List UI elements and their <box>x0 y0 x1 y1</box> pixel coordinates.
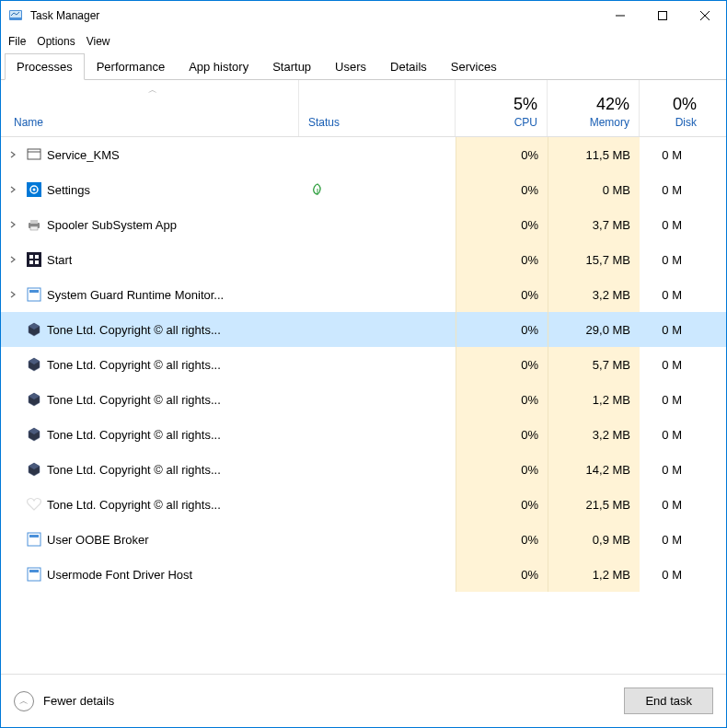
expand-icon[interactable] <box>8 185 21 194</box>
process-cpu-cell: 0% <box>456 417 548 452</box>
expand-icon[interactable] <box>8 150 21 159</box>
svg-rect-16 <box>29 255 33 259</box>
expand-icon[interactable] <box>8 255 21 264</box>
process-name-label: Settings <box>47 183 90 197</box>
leaf-icon <box>312 183 321 196</box>
tab-details[interactable]: Details <box>378 53 439 79</box>
expand-icon[interactable] <box>8 220 21 229</box>
process-name-cell: Spooler SubSystem App <box>1 207 299 242</box>
process-disk-cell: 0 M <box>640 417 691 452</box>
process-row[interactable]: Spooler SubSystem App0%3,7 MB0 M <box>1 207 726 242</box>
process-name-cell: Tone Ltd. Copyright © all rights... <box>1 312 299 347</box>
menu-options[interactable]: Options <box>37 35 75 48</box>
process-mem-cell: 11,5 MB <box>548 137 640 172</box>
hex-icon <box>27 322 41 337</box>
process-cpu-cell: 0% <box>456 277 548 312</box>
process-row[interactable]: Start0%15,7 MB0 M <box>1 242 726 277</box>
process-mem-cell: 1,2 MB <box>548 557 640 592</box>
process-name-cell: Start <box>1 242 299 277</box>
column-disk[interactable]: 0% Disk <box>640 80 706 136</box>
menubar: File Options View <box>1 30 726 52</box>
process-row[interactable]: Tone Ltd. Copyright © all rights...0%21,… <box>1 487 726 522</box>
process-disk-cell: 0 M <box>640 242 691 277</box>
process-mem-cell: 0 MB <box>548 172 640 207</box>
hex-icon <box>27 462 41 477</box>
memory-pct: 42% <box>596 95 629 114</box>
svg-rect-18 <box>29 260 33 264</box>
process-cpu-cell: 0% <box>456 347 548 382</box>
process-name-cell: Usermode Font Driver Host <box>1 557 299 592</box>
process-disk-cell: 0 M <box>640 277 691 312</box>
tab-processes[interactable]: Processes <box>5 53 85 80</box>
hex-icon <box>27 392 41 407</box>
tab-performance[interactable]: Performance <box>85 53 177 79</box>
process-mem-cell: 15,7 MB <box>548 242 640 277</box>
window-controls <box>599 1 726 30</box>
process-cpu-cell: 0% <box>456 487 548 522</box>
svg-rect-35 <box>29 570 39 572</box>
process-row[interactable]: Tone Ltd. Copyright © all rights...0%29,… <box>1 312 726 347</box>
process-row[interactable]: Usermode Font Driver Host0%1,2 MB0 M <box>1 557 726 592</box>
close-button[interactable] <box>684 1 726 30</box>
process-disk-cell: 0 M <box>640 522 691 557</box>
memory-label: Memory <box>590 116 629 129</box>
process-row[interactable]: Tone Ltd. Copyright © all rights...0%3,2… <box>1 417 726 452</box>
end-task-button[interactable]: End task <box>624 688 713 714</box>
column-headers: ︿ Name Status 5% CPU 42% Memory 0% Disk <box>1 80 726 137</box>
tab-app-history[interactable]: App history <box>177 53 260 79</box>
process-row[interactable]: User OOBE Broker0%0,9 MB0 M <box>1 522 726 557</box>
svg-rect-21 <box>29 290 39 293</box>
tab-startup[interactable]: Startup <box>260 53 323 79</box>
process-disk-cell: 0 M <box>640 207 691 242</box>
minimize-button[interactable] <box>599 1 641 30</box>
process-name-label: User OOBE Broker <box>47 533 149 547</box>
process-disk-cell: 0 M <box>640 137 691 172</box>
process-row[interactable]: Tone Ltd. Copyright © all rights...0%14,… <box>1 452 726 487</box>
process-name-label: Tone Ltd. Copyright © all rights... <box>47 393 221 407</box>
chevron-up-icon: ︿ <box>14 691 34 711</box>
process-list[interactable]: Service_KMS0%11,5 MB0 MSettings0%0 MB0 M… <box>1 137 726 660</box>
process-row[interactable]: Tone Ltd. Copyright © all rights...0%5,7… <box>1 347 726 382</box>
menu-view[interactable]: View <box>87 35 110 48</box>
svg-rect-15 <box>27 252 41 267</box>
fewer-details-button[interactable]: ︿ Fewer details <box>14 691 114 711</box>
process-name-label: Tone Ltd. Copyright © all rights... <box>47 323 221 337</box>
process-status-cell <box>299 242 456 277</box>
column-status[interactable]: Status <box>299 80 456 136</box>
tab-services[interactable]: Services <box>439 53 509 79</box>
process-row[interactable]: System Guard Runtime Monitor...0%3,2 MB0… <box>1 277 726 312</box>
process-status-cell <box>299 172 456 207</box>
process-status-cell <box>299 557 456 592</box>
process-name-cell: Tone Ltd. Copyright © all rights... <box>1 417 299 452</box>
titlebar: Task Manager <box>1 1 726 30</box>
column-memory[interactable]: 42% Memory <box>548 80 640 136</box>
menu-file[interactable]: File <box>8 35 26 48</box>
footer: ︿ Fewer details End task <box>1 674 726 727</box>
process-name-cell: System Guard Runtime Monitor... <box>1 277 299 312</box>
maximize-button[interactable] <box>641 1 684 30</box>
heart-icon <box>27 497 41 512</box>
start-dark-icon <box>27 252 41 267</box>
app-icon <box>27 287 41 302</box>
process-status-cell <box>299 207 456 242</box>
process-status-cell <box>299 277 456 312</box>
process-mem-cell: 0,9 MB <box>548 522 640 557</box>
process-status-cell <box>299 347 456 382</box>
sort-indicator-icon: ︿ <box>148 84 157 97</box>
process-cpu-cell: 0% <box>456 522 548 557</box>
gear-blue-icon <box>27 182 41 197</box>
process-row[interactable]: Tone Ltd. Copyright © all rights...0%1,2… <box>1 382 726 417</box>
expand-icon[interactable] <box>8 290 21 299</box>
tab-users[interactable]: Users <box>323 53 378 79</box>
process-cpu-cell: 0% <box>456 207 548 242</box>
column-cpu[interactable]: 5% CPU <box>456 80 548 136</box>
process-row[interactable]: Service_KMS0%11,5 MB0 M <box>1 137 726 172</box>
process-mem-cell: 14,2 MB <box>548 452 640 487</box>
process-disk-cell: 0 M <box>640 452 691 487</box>
process-cpu-cell: 0% <box>456 557 548 592</box>
process-row[interactable]: Settings0%0 MB0 M <box>1 172 726 207</box>
process-cpu-cell: 0% <box>456 382 548 417</box>
process-name-cell: Tone Ltd. Copyright © all rights... <box>1 382 299 417</box>
window-title: Task Manager <box>30 9 599 22</box>
fewer-details-label: Fewer details <box>43 694 114 708</box>
